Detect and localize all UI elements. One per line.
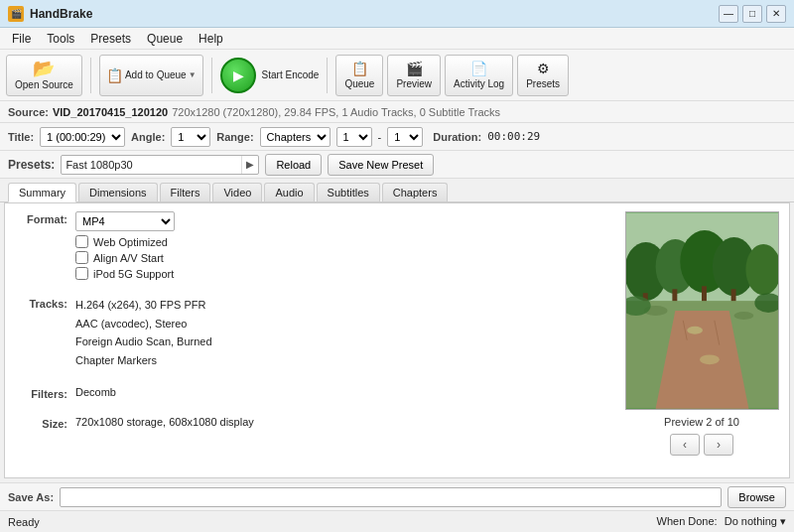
ipod-label: iPod 5G Support (93, 268, 174, 280)
title-select[interactable]: 1 (00:00:29) (40, 127, 125, 147)
ipod-input[interactable] (75, 267, 88, 280)
preview-svg (626, 212, 778, 409)
tracks-label: Tracks: (13, 296, 67, 310)
title-bar-left: 🎬 HandBrake (8, 6, 92, 22)
chapter-to-select[interactable]: 1 (387, 127, 423, 147)
minimize-button[interactable]: — (719, 5, 738, 23)
filters-row: Filters: Decomb (13, 386, 612, 400)
status-bar: Ready When Done: Do nothing ▾ (0, 510, 794, 532)
preset-name: Fast 1080p30 (62, 159, 241, 171)
open-source-icon: 📂 (33, 60, 55, 77)
add-queue-label: Add to Queue (125, 69, 187, 80)
track-line-3: Foreign Audio Scan, Burned (75, 332, 612, 351)
tab-video[interactable]: Video (212, 183, 262, 201)
chapter-from-select[interactable]: 1 (336, 127, 372, 147)
format-row: Format: MP4 Web Optimized (13, 211, 612, 280)
menu-presets[interactable]: Presets (82, 30, 139, 48)
align-av-input[interactable] (75, 251, 88, 264)
tracks-row: Tracks: H.264 (x264), 30 FPS PFR AAC (av… (13, 296, 612, 370)
reload-button[interactable]: Reload (265, 154, 322, 176)
save-as-label: Save As: (8, 491, 54, 503)
tab-audio[interactable]: Audio (264, 183, 314, 201)
tab-subtitles[interactable]: Subtitles (317, 183, 380, 201)
add-to-queue-button[interactable]: 📋 Add to Queue ▼ (99, 55, 203, 96)
start-label: Start Encode (262, 69, 320, 80)
size-row: Size: 720x1080 storage, 608x1080 display (13, 416, 612, 430)
preview-caption: Preview 2 of 10 (664, 416, 739, 428)
presets-button[interactable]: ⚙ Presets (517, 55, 569, 96)
presets-label: Presets (526, 78, 560, 89)
preview-next-button[interactable]: › (704, 434, 733, 456)
menu-queue[interactable]: Queue (139, 30, 191, 48)
preview-prev-button[interactable]: ‹ (670, 434, 700, 456)
align-av-label: Align A/V Start (93, 252, 164, 264)
queue-label: Queue (344, 78, 374, 89)
open-source-label: Open Source (15, 79, 73, 90)
tab-filters[interactable]: Filters (160, 183, 211, 201)
size-label: Size: (13, 416, 67, 430)
preview-image (625, 211, 779, 410)
when-done-label: When Done: (657, 515, 718, 527)
chapter-dash: - (378, 131, 382, 143)
duration-label: Duration: (433, 131, 481, 143)
toolbar: 📂 Open Source 📋 Add to Queue ▼ ▶ Start E… (0, 50, 794, 101)
save-new-preset-button[interactable]: Save New Preset (328, 154, 434, 176)
track-line-2: AAC (avcodec), Stereo (75, 315, 612, 333)
window-controls: — □ ✕ (719, 5, 786, 23)
source-info: 720x1280 (720x1280), 29.84 FPS, 1 Audio … (172, 106, 500, 118)
app-window: 🎬 HandBrake — □ ✕ File Tools Presets Que… (0, 0, 794, 532)
sep2 (211, 58, 212, 93)
menu-file[interactable]: File (4, 30, 39, 48)
menu-tools[interactable]: Tools (39, 30, 82, 48)
angle-select[interactable]: 1 (171, 127, 210, 147)
filters-label: Filters: (13, 386, 67, 400)
track-line-4: Chapter Markers (75, 351, 612, 370)
source-filename: VID_20170415_120120 (53, 106, 168, 118)
start-encode-button[interactable]: ▶ (220, 58, 256, 93)
web-optimized-input[interactable] (75, 235, 88, 248)
duration-value: 00:00:29 (487, 130, 540, 143)
format-controls: MP4 Web Optimized Align A/V Start (75, 211, 175, 280)
source-label: Source: (8, 106, 49, 118)
presets-bar: Presets: Fast 1080p30 ▶ Reload Save New … (0, 151, 794, 179)
properties-panel: Format: MP4 Web Optimized (13, 211, 612, 469)
range-label: Range: (216, 131, 253, 143)
range-select[interactable]: Chapters (260, 127, 331, 147)
open-source-button[interactable]: 📂 Open Source (6, 55, 82, 96)
preset-field: Fast 1080p30 ▶ (61, 155, 259, 175)
tab-summary[interactable]: Summary (8, 183, 76, 202)
format-select[interactable]: MP4 (75, 211, 175, 231)
activity-log-button[interactable]: 📄 Activity Log (445, 55, 513, 96)
preview-icon: 🎬 (406, 61, 423, 76)
browse-button[interactable]: Browse (728, 486, 786, 508)
preview-button[interactable]: 🎬 Preview (387, 55, 441, 96)
main-section: Summary Dimensions Filters Video Audio S… (0, 179, 794, 482)
track-line-1: H.264 (x264), 30 FPS PFR (75, 296, 612, 315)
menu-bar: File Tools Presets Queue Help (0, 28, 794, 50)
preset-arrow-icon[interactable]: ▶ (241, 156, 258, 174)
tab-dimensions[interactable]: Dimensions (78, 183, 157, 201)
format-label: Format: (13, 211, 67, 225)
svg-point-17 (700, 354, 720, 364)
size-value: 720x1080 storage, 608x1080 display (75, 416, 612, 428)
preview-controls: ‹ › (670, 434, 733, 456)
save-as-input[interactable] (60, 487, 722, 507)
align-av-checkbox[interactable]: Align A/V Start (75, 251, 175, 264)
sep3 (327, 58, 328, 93)
angle-label: Angle: (131, 131, 165, 143)
save-bar: Save As: Browse (0, 482, 794, 510)
tab-chapters[interactable]: Chapters (382, 183, 449, 201)
close-button[interactable]: ✕ (766, 5, 786, 23)
title-row: Title: 1 (00:00:29) Angle: 1 Range: Chap… (0, 123, 794, 151)
maximize-button[interactable]: □ (742, 5, 762, 23)
start-icon: ▶ (233, 67, 244, 83)
menu-help[interactable]: Help (191, 30, 231, 48)
tabs: Summary Dimensions Filters Video Audio S… (0, 179, 794, 202)
preview-label: Preview (396, 78, 432, 89)
queue-button[interactable]: 📋 Queue (335, 55, 383, 96)
when-done-value[interactable]: Do nothing ▾ (725, 515, 786, 527)
activity-log-label: Activity Log (454, 78, 504, 89)
web-optimized-checkbox[interactable]: Web Optimized (75, 235, 175, 248)
ipod-checkbox[interactable]: iPod 5G Support (75, 267, 175, 280)
activity-log-icon: 📄 (470, 61, 487, 76)
